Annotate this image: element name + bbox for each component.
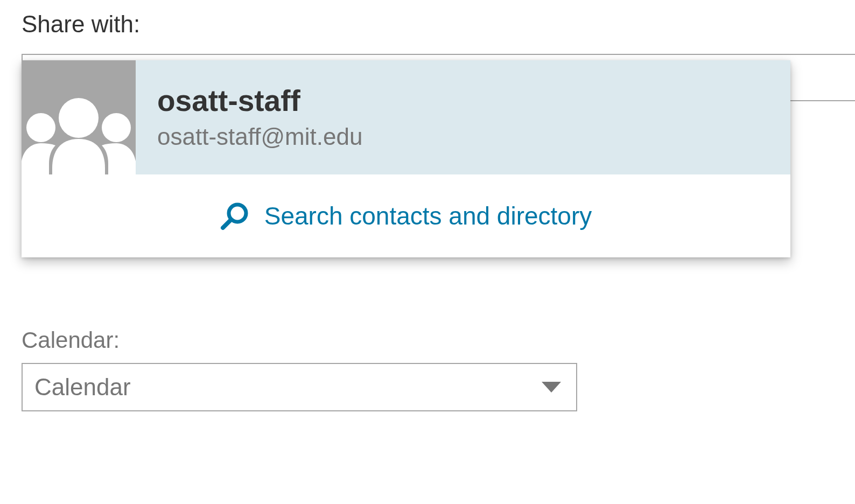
- suggestion-email: osatt-staff@mit.edu: [157, 123, 362, 150]
- suggestion-name: osatt-staff: [157, 85, 362, 117]
- calendar-select-value: Calendar: [34, 374, 131, 400]
- calendar-label: Calendar:: [22, 327, 855, 353]
- svg-line-4: [223, 220, 231, 228]
- search-icon: [220, 201, 249, 230]
- svg-point-1: [26, 113, 55, 142]
- calendar-select[interactable]: Calendar: [22, 363, 577, 411]
- svg-point-0: [59, 98, 99, 138]
- share-with-label: Share with:: [22, 11, 855, 38]
- autocomplete-dropdown: osatt-staff osatt-staff@mit.edu Search c…: [22, 60, 790, 257]
- group-icon: [22, 60, 136, 174]
- chevron-down-icon: [542, 382, 561, 393]
- svg-point-2: [102, 113, 131, 142]
- suggestion-item[interactable]: osatt-staff osatt-staff@mit.edu: [22, 60, 790, 174]
- suggestion-text: osatt-staff osatt-staff@mit.edu: [136, 85, 362, 151]
- search-contacts-directory-link[interactable]: Search contacts and directory: [22, 174, 790, 257]
- search-directory-label: Search contacts and directory: [264, 201, 592, 230]
